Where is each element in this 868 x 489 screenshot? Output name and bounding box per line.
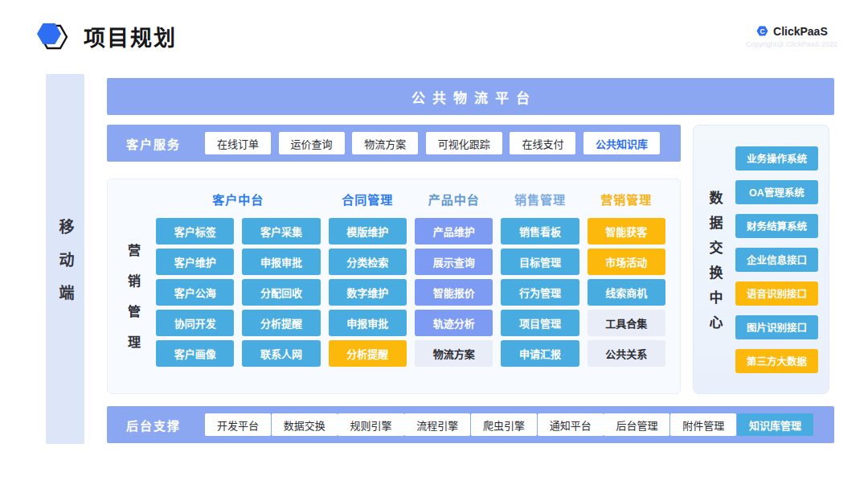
module-column-header: 营销管理	[588, 191, 665, 208]
module-button[interactable]: 行为管理	[501, 279, 579, 306]
module-button[interactable]: 产品维护	[415, 218, 493, 244]
customer-service-button[interactable]: 在线支付	[510, 132, 575, 154]
module-button[interactable]: 分类检索	[329, 249, 407, 275]
backend-support-button[interactable]: 开发平台	[205, 413, 271, 436]
module-button[interactable]: 销售看板	[501, 218, 579, 244]
hexagon-logo-icon	[31, 16, 71, 56]
module-button[interactable]: 公共关系	[588, 340, 665, 367]
module-button[interactable]: 客户维护	[156, 249, 234, 275]
module-column-header: 客户中台	[156, 191, 321, 208]
module-button[interactable]: 展示查询	[415, 249, 493, 275]
customer-service-button[interactable]: 在线订单	[205, 132, 271, 154]
data-exchange-button[interactable]: OA管理系统	[735, 180, 818, 204]
clickpaas-logo-icon: C	[755, 24, 769, 38]
module-button[interactable]: 协同开发	[156, 310, 234, 336]
module-button[interactable]: 数字维护	[329, 279, 407, 306]
backend-support-bar: 后台支撑 开发平台数据交换规则引擎流程引擎爬虫引擎通知平台后台管理附件管理知识库…	[107, 406, 834, 443]
svg-text:C: C	[760, 27, 764, 35]
data-exchange-button[interactable]: 财务结算系统	[735, 214, 818, 238]
data-exchange-button[interactable]: 业务操作系统	[735, 146, 818, 171]
module-button[interactable]: 工具合集	[588, 310, 665, 336]
module-button[interactable]: 智能报价	[415, 279, 493, 306]
data-exchange-button[interactable]: 语音识别接口	[735, 281, 818, 306]
module-button[interactable]: 联系人网	[242, 340, 320, 367]
backend-support-buttons: 开发平台数据交换规则引擎流程引擎爬虫引擎通知平台后台管理附件管理知识库管理	[205, 413, 813, 436]
module-button[interactable]: 申报审批	[242, 249, 320, 275]
customer-service-label: 客户服务	[126, 135, 181, 152]
module-button[interactable]: 物流方案	[415, 340, 493, 367]
data-exchange-label: 数据交换中心	[705, 179, 725, 340]
data-exchange-button[interactable]: 企业信息接口	[735, 248, 818, 272]
backend-support-button[interactable]: 爬虫引擎	[471, 413, 537, 436]
module-button[interactable]: 智能获客	[588, 218, 665, 244]
backend-support-button[interactable]: 附件管理	[670, 413, 736, 436]
customer-service-bar: 客户服务 在线订单运价查询物流方案可视化跟踪在线支付公共知识库	[107, 125, 681, 162]
module-button[interactable]: 线索商机	[588, 279, 665, 306]
module-button[interactable]: 客户标签	[156, 218, 234, 244]
backend-support-button[interactable]: 流程引擎	[404, 413, 470, 436]
mobile-strip-label: 移动端	[55, 201, 76, 318]
module-button[interactable]: 市场活动	[588, 249, 665, 275]
module-button[interactable]: 分析提醒	[329, 340, 407, 367]
backend-support-button[interactable]: 知识库管理	[737, 413, 813, 436]
data-exchange-panel: 数据交换中心 业务操作系统OA管理系统财务结算系统企业信息接口语音识别接口图片识…	[693, 125, 829, 394]
module-button[interactable]: 申报审批	[329, 310, 407, 336]
module-button[interactable]: 客户采集	[242, 218, 320, 244]
backend-support-label: 后台支撑	[126, 417, 181, 434]
module-button[interactable]: 目标管理	[501, 249, 579, 275]
module-grid: 客户标签客户采集模版维护产品维护销售看板智能获客客户维护申报审批分类检索展示查询…	[156, 218, 665, 367]
module-column-headers: 客户中台合同管理产品中台销售管理营销管理	[156, 191, 665, 208]
backend-support-button[interactable]: 规则引擎	[338, 413, 403, 436]
module-button[interactable]: 模版维护	[329, 218, 407, 244]
mobile-strip: 移动端	[46, 74, 84, 444]
module-column-header: 销售管理	[501, 191, 579, 208]
data-exchange-buttons: 业务操作系统OA管理系统财务结算系统企业信息接口语音识别接口图片识别接口第三方大…	[735, 125, 829, 393]
top-banner-label: 公共物流平台	[404, 87, 537, 107]
customer-service-button[interactable]: 可视化跟踪	[426, 132, 502, 154]
copyright-text: Copyright@ ClickPaaS 2022	[746, 40, 837, 48]
brand-name: ClickPaaS	[773, 25, 828, 38]
data-exchange-button[interactable]: 图片识别接口	[735, 315, 818, 339]
top-banner: 公共物流平台	[107, 78, 834, 115]
data-exchange-label-wrap: 数据交换中心	[694, 125, 735, 393]
customer-service-button[interactable]: 运价查询	[279, 132, 345, 154]
marketing-side-label: 营销管理	[123, 226, 142, 366]
project-planning-page: 项目规划 C ClickPaaS Copyright@ ClickPaaS 20…	[0, 0, 868, 489]
backend-support-button[interactable]: 后台管理	[604, 413, 669, 436]
marketing-management-card: 营销管理 客户中台合同管理产品中台销售管理营销管理 客户标签客户采集模版维护产品…	[107, 179, 681, 394]
module-button[interactable]: 客户画像	[156, 340, 234, 367]
customer-service-buttons: 在线订单运价查询物流方案可视化跟踪在线支付公共知识库	[205, 132, 660, 154]
backend-support-button[interactable]: 数据交换	[272, 413, 338, 436]
backend-support-button[interactable]: 通知平台	[538, 413, 604, 436]
module-button[interactable]: 分配回收	[242, 279, 320, 306]
page-title: 项目规划	[84, 21, 177, 52]
customer-service-button[interactable]: 公共知识库	[583, 132, 660, 154]
brand-block: C ClickPaaS Copyright@ ClickPaaS 2022	[746, 24, 837, 48]
customer-service-button[interactable]: 物流方案	[352, 132, 418, 154]
page-header: 项目规划	[31, 16, 177, 56]
module-button[interactable]: 申请汇报	[501, 340, 579, 367]
module-column-header: 合同管理	[329, 191, 407, 208]
module-button[interactable]: 客户公海	[156, 279, 234, 306]
marketing-side-label-wrap: 营销管理	[119, 220, 146, 372]
module-button[interactable]: 轨迹分析	[415, 310, 493, 336]
module-button[interactable]: 项目管理	[501, 310, 579, 336]
data-exchange-button[interactable]: 第三方大数据	[735, 349, 818, 373]
module-column-header: 产品中台	[415, 191, 493, 208]
module-button[interactable]: 分析提醒	[242, 310, 320, 336]
